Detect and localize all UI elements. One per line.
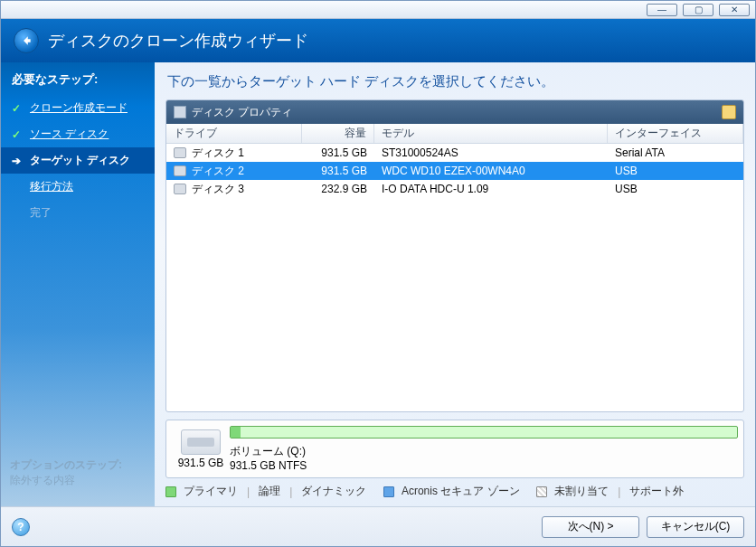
step-label: 完了: [30, 205, 52, 221]
disk-properties-panel: ディスク プロパティ ドライブ 容量 モデル インターフェイス ディスク 1 9…: [165, 99, 744, 412]
cell-capacity: 931.5 GB: [302, 162, 374, 180]
footer: ? 次へ(N) > キャンセル(C): [1, 506, 755, 546]
sidebar-title: 必要なステップ:: [1, 62, 155, 95]
checkmark-icon: ✓: [12, 102, 24, 115]
arrow-left-icon: [20, 34, 33, 47]
step-label: ターゲット ディスク: [30, 153, 130, 168]
partition-disk-icon-area: 931.5 GB: [172, 429, 230, 469]
optional-steps-item: 除外する内容: [10, 473, 146, 488]
cell-drive: ディスク 3: [192, 182, 244, 197]
main-content: 下の一覧からターゲット ハード ディスクを選択してください。 ディスク プロパテ…: [155, 62, 755, 506]
header: ディスクのクローン作成ウィザード: [1, 19, 755, 62]
step-target-disk[interactable]: ➔ ターゲット ディスク: [1, 147, 155, 174]
cell-drive: ディスク 1: [192, 146, 244, 161]
col-interface[interactable]: インターフェイス: [608, 124, 743, 143]
step-finish: 完了: [1, 200, 155, 226]
properties-icon: [174, 106, 186, 118]
cell-interface: USB: [608, 162, 743, 180]
table-row[interactable]: ディスク 2 931.5 GB WDC WD10 EZEX-00WN4A0 US…: [166, 162, 743, 180]
maximize-button[interactable]: ▢: [683, 4, 713, 16]
legend-unalloc-icon: [536, 486, 547, 497]
legend-logical: 論理: [259, 484, 280, 499]
step-label: 移行方法: [30, 179, 73, 194]
legend: プライマリ| 論理| ダイナミック Acronis セキュア ゾーン 未割り当て…: [165, 484, 744, 499]
table-row[interactable]: ディスク 3 232.9 GB I-O DATA HDC-U 1.09 USB: [166, 180, 743, 198]
table-row[interactable]: ディスク 1 931.5 GB ST31000524AS Serial ATA: [166, 144, 743, 162]
grid-header: ドライブ 容量 モデル インターフェイス: [166, 124, 743, 144]
panel-badge-icon: [722, 105, 736, 119]
volume-label: ボリューム (Q:): [230, 444, 738, 459]
step-migration-method[interactable]: 移行方法: [1, 174, 155, 200]
legend-acronis-icon: [383, 486, 394, 497]
hard-disk-icon: [181, 429, 221, 455]
sidebar-footer: オプションのステップ: 除外する内容: [1, 457, 155, 506]
next-button[interactable]: 次へ(N) >: [542, 516, 639, 538]
cell-model: WDC WD10 EZEX-00WN4A0: [374, 162, 608, 180]
step-label: ソース ディスク: [30, 127, 109, 142]
prompt-text: 下の一覧からターゲット ハード ディスクを選択してください。: [167, 73, 742, 90]
panel-header: ディスク プロパティ: [166, 100, 743, 124]
disk-icon: [174, 165, 186, 176]
step-source-disk[interactable]: ✓ ソース ディスク: [1, 121, 155, 147]
volume-bar[interactable]: [230, 426, 738, 439]
cell-interface: Serial ATA: [608, 144, 743, 162]
legend-primary: プライマリ: [184, 484, 238, 499]
panel-title: ディスク プロパティ: [192, 105, 292, 120]
volume-detail: 931.5 GB NTFS: [230, 459, 738, 472]
arrow-right-icon: ➔: [12, 155, 24, 167]
partition-panel: 931.5 GB ボリューム (Q:) 931.5 GB NTFS: [165, 420, 744, 478]
partition-total: 931.5 GB: [172, 457, 230, 469]
checkmark-icon: ✓: [12, 128, 24, 141]
minimize-button[interactable]: —: [647, 4, 677, 16]
cancel-button[interactable]: キャンセル(C): [647, 516, 744, 538]
col-drive[interactable]: ドライブ: [166, 124, 302, 143]
step-label: クローン作成モード: [30, 100, 128, 116]
cell-model: I-O DATA HDC-U 1.09: [374, 180, 608, 198]
close-button[interactable]: ✕: [719, 4, 750, 16]
help-button[interactable]: ?: [12, 518, 30, 536]
legend-unsupported: サポート外: [629, 484, 684, 499]
wizard-title: ディスクのクローン作成ウィザード: [48, 30, 308, 52]
grid-body: ディスク 1 931.5 GB ST31000524AS Serial ATA …: [166, 144, 743, 411]
back-button[interactable]: [14, 28, 39, 53]
disk-icon: [174, 184, 186, 194]
legend-acronis: Acronis セキュア ゾーン: [402, 484, 520, 499]
legend-dynamic: ダイナミック: [301, 484, 366, 499]
sidebar: 必要なステップ: ✓ クローン作成モード ✓ ソース ディスク ➔ ターゲット …: [1, 62, 155, 506]
legend-unalloc: 未割り当て: [554, 484, 609, 499]
optional-steps-title: オプションのステップ:: [10, 457, 146, 473]
titlebar: — ▢ ✕: [1, 1, 755, 19]
disk-icon: [174, 147, 186, 158]
cell-interface: USB: [608, 180, 743, 198]
step-clone-mode[interactable]: ✓ クローン作成モード: [1, 95, 155, 121]
cell-model: ST31000524AS: [374, 144, 608, 162]
cell-capacity: 232.9 GB: [302, 180, 374, 198]
cell-capacity: 931.5 GB: [302, 144, 374, 162]
cell-drive: ディスク 2: [192, 164, 244, 179]
col-model[interactable]: モデル: [374, 124, 608, 143]
legend-primary-icon: [165, 486, 176, 497]
col-capacity[interactable]: 容量: [302, 124, 374, 143]
